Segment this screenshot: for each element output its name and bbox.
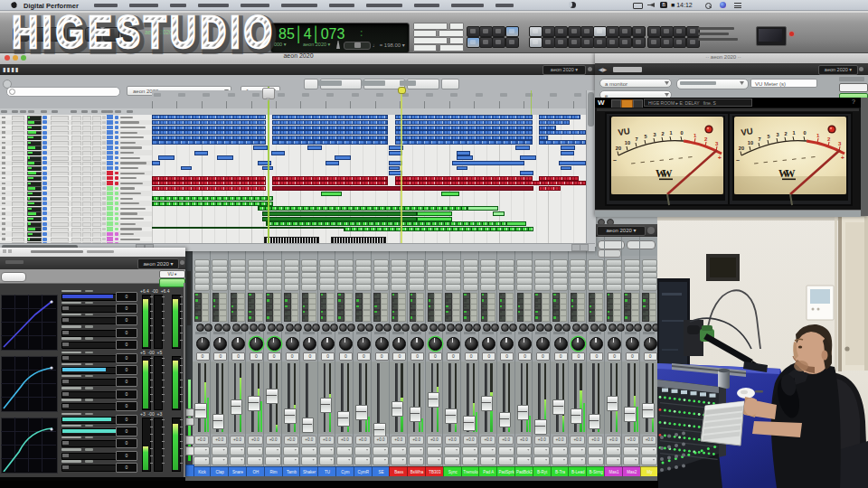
svg-text:VU: VU [618, 126, 631, 137]
svg-text:7: 7 [636, 136, 638, 142]
svg-text:VU: VU [741, 126, 754, 137]
svg-text:20: 20 [739, 145, 744, 151]
svg-text:W: W [662, 168, 673, 179]
svg-text:3: 3 [654, 132, 656, 137]
svg-text:2: 2 [662, 131, 665, 136]
svg-text:10: 10 [748, 140, 753, 145]
svg-text:7: 7 [759, 136, 761, 142]
svg-text:–: – [736, 156, 740, 163]
svg-text:20: 20 [616, 145, 621, 151]
svg-text:+: + [841, 155, 844, 161]
svg-text:0: 0 [804, 130, 807, 136]
svg-text:3: 3 [777, 132, 779, 137]
svg-text:1: 1 [670, 130, 673, 136]
svg-text:HIGESTUDIO: HIGESTUDIO [12, 11, 276, 54]
svg-text:10: 10 [625, 140, 630, 145]
svg-text:+: + [718, 155, 722, 161]
svg-text:0: 0 [681, 130, 684, 136]
svg-text:W: W [785, 168, 796, 179]
svg-text:5: 5 [645, 134, 647, 139]
svg-text:–: – [613, 156, 617, 163]
svg-text:2: 2 [785, 131, 788, 136]
svg-text:1: 1 [793, 130, 796, 136]
svg-text:5: 5 [768, 134, 770, 139]
